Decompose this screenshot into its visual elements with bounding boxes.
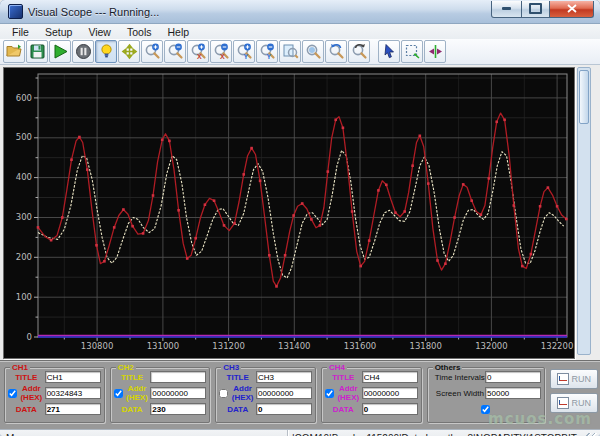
scope-chart[interactable]: 0100200300400500600130800131000131200131… xyxy=(3,67,575,359)
svg-text:X: X xyxy=(197,53,202,60)
app-icon xyxy=(8,4,23,19)
save-icon xyxy=(29,43,46,60)
channel-box-ch3: CH3 TITLE Addr (HEX) DATA xyxy=(215,367,316,423)
ch3-addr-input[interactable] xyxy=(256,387,312,399)
open-icon xyxy=(6,43,23,60)
ch3-title-input[interactable] xyxy=(256,371,312,383)
run-button[interactable] xyxy=(49,40,71,63)
svg-text:132000: 132000 xyxy=(475,341,507,351)
data-label: DATA xyxy=(325,405,362,414)
ch4-addr-input[interactable] xyxy=(362,387,418,399)
svg-text:Y: Y xyxy=(266,53,271,60)
status-serial-settings: |COM10|Baud = 115200|Data Length = 8|NOP… xyxy=(288,430,586,436)
svg-text:Y: Y xyxy=(243,53,248,60)
zoom-x-in-icon: X xyxy=(190,43,207,60)
ch1-addr-input[interactable] xyxy=(45,387,101,399)
zoom-window-button[interactable] xyxy=(302,40,324,63)
status-bar: Move |COM10|Baud = 115200|Data Length = … xyxy=(0,429,600,436)
screen-width-input[interactable] xyxy=(485,387,541,399)
svg-text:131600: 131600 xyxy=(344,341,376,351)
svg-text:130800: 130800 xyxy=(81,341,113,351)
menu-tools[interactable]: Tools xyxy=(119,26,160,38)
svg-text:500: 500 xyxy=(16,132,32,142)
light-icon xyxy=(98,43,115,60)
run-bottom-label: RUN xyxy=(572,398,592,408)
channel-group-label: CH4 xyxy=(327,363,347,372)
scrollbar-thumb[interactable] xyxy=(579,70,589,124)
maximize-button[interactable] xyxy=(522,1,549,18)
vertical-scrollbar[interactable] xyxy=(577,67,591,355)
svg-text:100: 100 xyxy=(16,292,32,302)
title-bar[interactable]: Visual Scope --- Running... xyxy=(0,0,600,23)
zoom-window-icon xyxy=(305,43,322,60)
menu-help[interactable]: Help xyxy=(159,26,197,38)
run-chart-icon xyxy=(557,373,569,385)
chart-canvas[interactable]: 0100200300400500600130800131000131200131… xyxy=(4,68,574,354)
addr-label: Addr (HEX) xyxy=(335,384,362,402)
light-button[interactable] xyxy=(95,40,117,63)
data-label: DATA xyxy=(114,405,151,414)
status-mode: Move xyxy=(0,430,288,436)
addr-label: Addr (HEX) xyxy=(229,384,256,402)
cursor-icon xyxy=(381,43,398,60)
ch3-addr-checkbox[interactable] xyxy=(219,389,228,398)
visual-scope-window: Visual Scope --- Running... File Setup V… xyxy=(0,0,600,436)
zoom-fit-button[interactable] xyxy=(279,40,301,63)
ch2-title-input[interactable] xyxy=(150,371,206,383)
chart-area: 0100200300400500600130800131000131200131… xyxy=(0,65,600,360)
move-button[interactable] xyxy=(118,40,140,63)
svg-text:131000: 131000 xyxy=(147,341,179,351)
menu-file[interactable]: File xyxy=(4,26,37,38)
ch4-title-input[interactable] xyxy=(362,371,418,383)
run-bottom-button[interactable]: RUN xyxy=(550,393,598,413)
measure-cursors-button[interactable] xyxy=(424,40,446,63)
others-extra-checkbox[interactable] xyxy=(481,405,490,414)
save-button[interactable] xyxy=(26,40,48,63)
select-region-icon xyxy=(404,43,421,60)
zoom-x-in-button[interactable]: X xyxy=(187,40,209,63)
run-top-label: RUN xyxy=(572,374,592,384)
zoom-y-out-icon: Y xyxy=(259,43,276,60)
others-box: Others Time Intervals Screen Width xyxy=(427,367,545,423)
channel-box-ch2: CH2 TITLE Addr (HEX) DATA xyxy=(110,367,211,423)
run-chart-icon xyxy=(557,397,569,409)
svg-text:300: 300 xyxy=(16,212,32,222)
zoom-redo-icon xyxy=(351,43,368,60)
svg-text:600: 600 xyxy=(16,93,32,103)
zoom-in-button[interactable] xyxy=(141,40,163,63)
ch4-data-value xyxy=(362,403,418,415)
close-icon xyxy=(567,4,577,13)
zoom-redo-button[interactable] xyxy=(348,40,370,63)
others-group-label: Others xyxy=(433,363,463,372)
channel-box-ch4: CH4 TITLE Addr (HEX) DATA xyxy=(321,367,422,423)
time-intervals-input[interactable] xyxy=(485,371,541,383)
zoom-y-out-button[interactable]: Y xyxy=(256,40,278,63)
channel-group-label: CH1 xyxy=(10,363,30,372)
select-region-button[interactable] xyxy=(401,40,423,63)
ch4-addr-checkbox[interactable] xyxy=(325,389,334,398)
run-top-button[interactable]: RUN xyxy=(550,369,598,389)
ch1-addr-checkbox[interactable] xyxy=(8,389,17,398)
svg-text:132200: 132200 xyxy=(541,341,573,351)
ch2-addr-checkbox[interactable] xyxy=(114,389,123,398)
channel-group-label: CH2 xyxy=(116,363,136,372)
ch2-addr-input[interactable] xyxy=(150,387,206,399)
zoom-undo-button[interactable] xyxy=(325,40,347,63)
channel-panels: CH1 TITLE Addr (HEX) DATA CH2 TITLE Addr… xyxy=(0,360,600,429)
zoom-out-button[interactable] xyxy=(164,40,186,63)
zoom-y-in-button[interactable]: Y xyxy=(233,40,255,63)
zoom-x-out-button[interactable]: X xyxy=(210,40,232,63)
pause-button[interactable] xyxy=(72,40,94,63)
move-icon xyxy=(121,43,138,60)
title-label: TITLE xyxy=(8,373,45,382)
toolbar: X X Y Y xyxy=(0,39,600,65)
menu-view[interactable]: View xyxy=(80,26,119,38)
ch1-title-input[interactable] xyxy=(45,371,101,383)
menu-setup[interactable]: Setup xyxy=(37,26,80,38)
close-button[interactable] xyxy=(549,1,594,18)
ch1-data-value xyxy=(45,403,101,415)
cursor-button[interactable] xyxy=(378,40,400,63)
open-button[interactable] xyxy=(3,40,25,63)
zoom-undo-icon xyxy=(328,43,345,60)
minimize-button[interactable] xyxy=(491,1,522,18)
